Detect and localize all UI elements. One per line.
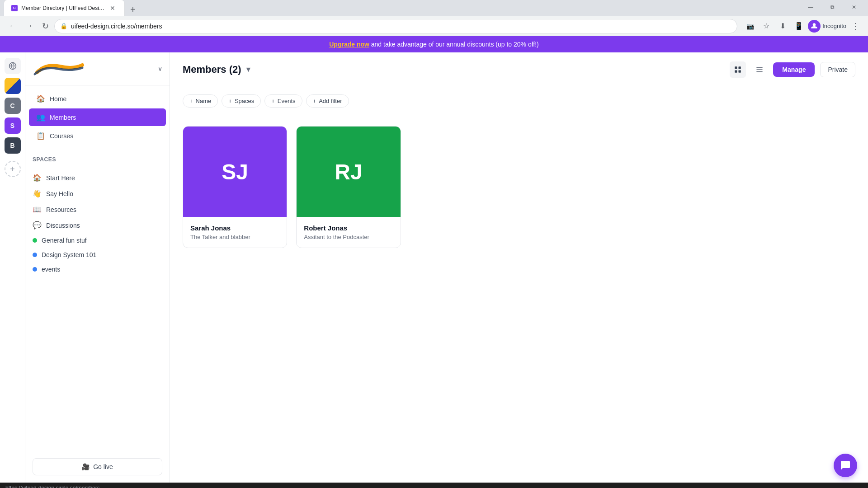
chrome-menu-button[interactable]: ⋮ (848, 19, 863, 33)
members-actions: Manage Private (730, 61, 855, 78)
nav-collapse-button[interactable]: ∨ (158, 65, 162, 72)
upgrade-now-link[interactable]: Upgrade now (329, 41, 369, 48)
member-card-sarah-jonas[interactable]: SJ Sarah Jonas The Talker and blabber (183, 126, 287, 248)
download-button[interactable]: ⬇ (775, 19, 790, 33)
address-bar-text[interactable]: uifeed-design.circle.so/members (71, 23, 731, 30)
nav-members-label: Members (50, 114, 76, 121)
space-start-here-label: Start Here (46, 174, 75, 182)
members-title-container[interactable]: Members (2) ▼ (183, 64, 252, 75)
robert-jonas-name: Robert Jonas (304, 224, 393, 232)
svg-rect-3 (739, 66, 741, 69)
status-url: https://uifeed-design.circle.so/members (5, 485, 100, 488)
space-item-resources[interactable]: 📖 Resources (25, 202, 170, 217)
robert-jonas-avatar: RJ (297, 127, 400, 217)
filter-events-label: Events (278, 98, 296, 104)
status-bar: https://uifeed-design.circle.so/members (0, 483, 868, 488)
members-title-chevron: ▼ (245, 66, 252, 74)
minimize-button[interactable]: — (800, 0, 821, 14)
space-item-events[interactable]: events (25, 262, 170, 277)
nav-home-label: Home (50, 95, 66, 103)
chat-fab-button[interactable] (834, 454, 857, 477)
globe-icon-button[interactable] (5, 58, 21, 74)
members-icon: 👥 (36, 113, 45, 122)
space-item-start-here[interactable]: 🏠 Start Here (25, 170, 170, 186)
sidebar-s-button[interactable]: S (5, 117, 21, 134)
sidebar-c-button[interactable]: C (5, 98, 21, 114)
svg-rect-4 (735, 70, 737, 73)
nav-item-home[interactable]: 🏠 Home (29, 90, 166, 108)
private-button[interactable]: Private (820, 62, 855, 77)
say-hello-icon: 👋 (33, 189, 42, 198)
space-resources-label: Resources (46, 206, 76, 213)
tab-favicon: C (11, 5, 18, 11)
spaces-section: Spaces (25, 149, 170, 170)
plus-icon: + (189, 98, 193, 104)
filter-spaces-button[interactable]: + Spaces (222, 94, 261, 108)
main-content: Members (2) ▼ Manage Private + (170, 52, 868, 483)
reload-button[interactable]: ↻ (38, 19, 52, 33)
community-logo-g[interactable] (5, 78, 21, 94)
list-view-button[interactable] (751, 61, 768, 78)
discussions-icon: 💬 (33, 221, 42, 230)
filter-spaces-label: Spaces (235, 98, 254, 104)
space-events-label: events (42, 266, 60, 273)
svg-rect-2 (735, 66, 737, 69)
forward-button[interactable]: → (22, 19, 36, 33)
robert-jonas-initials: RJ (335, 160, 362, 184)
resources-icon: 📖 (33, 205, 42, 214)
space-discussions-label: Discussions (46, 222, 80, 229)
nav-courses-label: Courses (50, 132, 73, 140)
svg-rect-6 (757, 67, 763, 68)
add-filter-label: Add filter (319, 98, 342, 104)
sarah-jonas-role: The Talker and blabber (190, 234, 279, 240)
space-say-hello-label: Say Hello (46, 190, 73, 197)
robert-jonas-role: Assitant to the Podcaster (304, 234, 393, 240)
nav-item-courses[interactable]: 📋 Courses (29, 127, 166, 145)
filters-bar: + Name + Spaces + Events + Add filter (170, 87, 868, 115)
upgrade-banner: Upgrade now and take advantage of our an… (0, 36, 868, 52)
space-item-design-system[interactable]: Design System 101 (25, 248, 170, 262)
start-here-icon: 🏠 (33, 174, 42, 182)
courses-icon: 📋 (36, 131, 45, 140)
new-tab-button[interactable]: + (127, 3, 139, 16)
go-live-icon: 🎥 (82, 463, 90, 470)
go-live-button[interactable]: 🎥 Go live (33, 458, 162, 475)
plus-icon-events: + (271, 98, 275, 104)
plus-icon-add: + (313, 98, 316, 104)
nav-logo (33, 60, 87, 78)
incognito-avatar[interactable] (808, 20, 821, 33)
security-icon: 🔒 (60, 23, 67, 29)
bookmark-button[interactable]: ☆ (759, 19, 774, 33)
active-tab[interactable]: C Member Directory | UIFeed Desi… ✕ (4, 0, 125, 16)
device-button[interactable]: 📱 (792, 19, 806, 33)
plus-icon-spaces: + (228, 98, 232, 104)
space-general-fun-label: General fun stuf (42, 237, 87, 244)
sidebar-b-button[interactable]: B (5, 137, 21, 154)
design-system-dot (33, 253, 37, 257)
spaces-label: Spaces (33, 156, 162, 163)
filter-name-button[interactable]: + Name (183, 94, 218, 108)
space-item-general-fun[interactable]: General fun stuf (25, 233, 170, 248)
nav-item-members[interactable]: 👥 Members (29, 108, 166, 126)
filter-name-label: Name (196, 98, 212, 104)
restore-button[interactable]: ⧉ (822, 0, 843, 14)
space-item-discussions[interactable]: 💬 Discussions (25, 217, 170, 233)
manage-button[interactable]: Manage (773, 62, 815, 77)
sarah-jonas-name: Sarah Jonas (190, 224, 279, 232)
svg-rect-5 (739, 70, 741, 73)
tab-close-button[interactable]: ✕ (108, 4, 117, 13)
add-filter-button[interactable]: + Add filter (306, 94, 349, 108)
add-space-button[interactable]: + (5, 161, 21, 177)
space-item-say-hello[interactable]: 👋 Say Hello (25, 186, 170, 202)
robert-jonas-info: Robert Jonas Assitant to the Podcaster (297, 217, 400, 248)
go-live-label: Go live (93, 463, 113, 470)
grid-view-button[interactable] (730, 61, 746, 78)
tab-title: Member Directory | UIFeed Desi… (21, 5, 104, 11)
sarah-jonas-info: Sarah Jonas The Talker and blabber (183, 217, 287, 248)
filter-events-button[interactable]: + Events (264, 94, 302, 108)
cast-icon[interactable]: 📷 (743, 19, 757, 33)
back-button[interactable]: ← (5, 19, 20, 33)
close-window-button[interactable]: ✕ (844, 0, 864, 14)
member-card-robert-jonas[interactable]: RJ Robert Jonas Assitant to the Podcaste… (296, 126, 401, 248)
svg-rect-7 (757, 69, 763, 70)
